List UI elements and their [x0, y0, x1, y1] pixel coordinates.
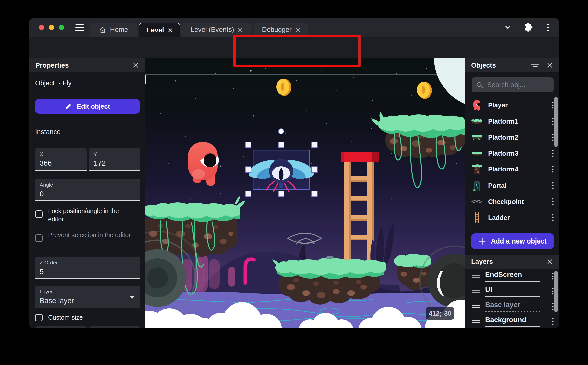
prevent-selection-row: Prevent selection in the editor	[35, 231, 140, 242]
resize-handle	[245, 167, 251, 173]
maximize-window-button[interactable]	[59, 25, 64, 30]
close-icon[interactable]	[295, 27, 300, 32]
menu-icon[interactable]	[75, 23, 84, 33]
chevron-down-icon[interactable]	[503, 24, 512, 31]
object-menu-icon[interactable]	[552, 165, 554, 173]
close-window-button[interactable]	[39, 25, 44, 30]
layer-menu-icon[interactable]	[552, 272, 554, 280]
scene-canvas[interactable]: 412;-30	[145, 58, 465, 328]
search-box[interactable]	[472, 77, 554, 92]
tab-label: Level	[146, 26, 164, 34]
object-menu-icon[interactable]	[552, 150, 554, 157]
close-icon[interactable]	[168, 28, 173, 33]
layer-row-base-layer[interactable]: Base layer	[465, 299, 559, 313]
objects-scrollbar[interactable]	[554, 97, 558, 147]
prevent-selection-label: Prevent selection in the editor	[48, 231, 131, 239]
resize-handle	[278, 142, 284, 148]
angle-field[interactable]: Angle 0	[35, 179, 140, 201]
object-menu-icon[interactable]	[552, 198, 554, 205]
object-menu-icon[interactable]	[552, 101, 554, 109]
resize-handle	[312, 142, 317, 148]
height-field[interactable]	[89, 326, 140, 328]
object-menu-icon[interactable]	[552, 134, 554, 141]
width-field[interactable]	[35, 326, 87, 328]
filter-icon[interactable]	[531, 63, 539, 68]
tab-level[interactable]: Level	[139, 23, 180, 37]
drag-handle-icon[interactable]	[472, 289, 480, 293]
minimize-window-button[interactable]	[49, 25, 54, 30]
overflow-menu-icon[interactable]	[547, 23, 550, 32]
y-label: Y	[94, 151, 136, 157]
layer-menu-icon[interactable]	[552, 302, 554, 310]
close-icon[interactable]	[547, 62, 553, 68]
layers-scrollbar[interactable]	[554, 271, 558, 312]
tab-level-events[interactable]: Level (Events)	[181, 23, 252, 37]
drag-handle-icon[interactable]	[472, 320, 480, 323]
lock-position-checkbox[interactable]	[35, 210, 43, 218]
object-row-platform3[interactable]: Platform3	[465, 146, 559, 161]
x-label: X	[40, 151, 82, 157]
object-row-portal[interactable]: Portal	[465, 178, 559, 193]
object-name: Portal	[488, 182, 547, 190]
layer-row-background[interactable]: Background	[465, 314, 559, 328]
layer-label: Layer	[40, 289, 136, 295]
object-menu-icon[interactable]	[552, 214, 554, 221]
rotation-handle	[278, 129, 284, 134]
platform-thumbnail	[471, 134, 483, 141]
layer-name: Base layer	[485, 301, 540, 312]
y-field[interactable]: Y 172	[89, 148, 140, 171]
layer-menu-icon[interactable]	[552, 318, 554, 325]
layer-value: Base layer	[40, 297, 136, 305]
object-menu-icon[interactable]	[552, 117, 554, 125]
layer-row-endscreen[interactable]: EndScreen	[465, 269, 559, 283]
object-row-checkpoint[interactable]: Checkpoint	[465, 194, 559, 209]
extensions-puzzle-icon[interactable]	[523, 23, 533, 33]
layer-dropdown[interactable]: Layer Base layer	[35, 286, 140, 308]
close-icon[interactable]	[238, 27, 243, 32]
object-row-platform4[interactable]: Platform4	[465, 162, 559, 176]
layer-menu-icon[interactable]	[552, 287, 554, 295]
z-order-value: 5	[40, 268, 136, 276]
layer-row-ui[interactable]: UI	[465, 284, 559, 298]
selected-fly-instance[interactable]	[246, 150, 316, 191]
object-row-player[interactable]: Player	[465, 98, 559, 112]
y-value: 172	[94, 159, 136, 167]
object-row-platform1[interactable]: Platform1	[465, 114, 559, 129]
custom-size-checkbox[interactable]	[35, 314, 43, 321]
search-input[interactable]	[487, 81, 549, 89]
home-icon	[99, 26, 106, 34]
close-icon[interactable]	[547, 259, 553, 265]
selected-object-heading: Object - Fly	[35, 79, 72, 87]
tab-home[interactable]: Home	[90, 23, 137, 37]
drag-handle-icon[interactable]	[472, 274, 480, 278]
drag-handle-icon[interactable]	[472, 305, 480, 308]
add-object-button[interactable]: Add a new object	[471, 233, 554, 249]
layer-name: EndScreen	[485, 271, 540, 282]
player-instance[interactable]	[188, 142, 219, 186]
edit-object-label: Edit object	[77, 103, 110, 110]
platform-thumbnail	[471, 118, 483, 124]
prevent-selection-checkbox[interactable]	[35, 234, 43, 242]
panel-title: Properties	[35, 62, 133, 69]
scene[interactable]	[145, 58, 465, 328]
close-icon[interactable]	[133, 62, 139, 68]
object-row-ladder[interactable]: Ladder	[465, 210, 559, 225]
object-menu-icon[interactable]	[552, 182, 554, 189]
custom-size-label: Custom size	[48, 313, 83, 322]
lock-position-label: Lock position/angle in the editor	[48, 207, 131, 223]
object-row-platform2[interactable]: Platform2	[465, 130, 559, 145]
app-window: Home Level Level (Events) Debugger	[29, 18, 559, 328]
pencil-icon	[65, 103, 72, 110]
tab-label: Debugger	[262, 26, 292, 34]
desktop: { "window": { "tabs": [ {"label": "Home"…	[0, 0, 588, 365]
panel-title: Layers	[471, 258, 547, 266]
object-name: Platform4	[488, 165, 547, 173]
tab-debugger[interactable]: Debugger	[254, 23, 308, 37]
scene-edge-tick	[145, 75, 146, 84]
custom-size-row: Custom size	[35, 313, 140, 322]
x-field[interactable]: X 366	[35, 148, 87, 171]
search-icon	[476, 81, 483, 88]
object-name: Checkpoint	[488, 198, 547, 206]
edit-object-button[interactable]: Edit object	[35, 99, 140, 114]
z-order-field[interactable]: Z Order 5	[35, 257, 140, 279]
